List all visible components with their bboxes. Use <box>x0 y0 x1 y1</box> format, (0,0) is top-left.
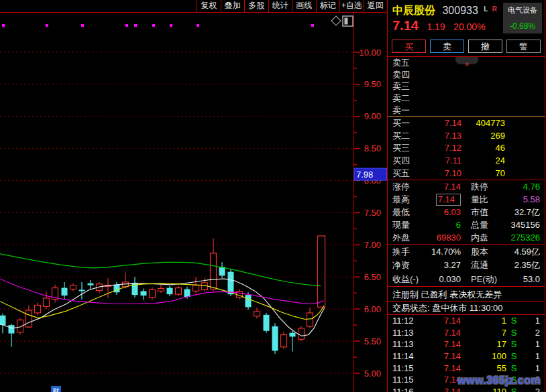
bid-volume: 269 <box>461 130 545 141</box>
corner-logo: 财 <box>51 386 61 392</box>
candle-up <box>281 335 287 347</box>
bid-label: 买三 <box>388 142 422 153</box>
toolbar-button-0[interactable]: 复权 <box>197 0 221 12</box>
trade-status-row: 交易状态: 盘中休市 11:30:00 <box>388 302 545 315</box>
toolbar-button-3[interactable]: 统计 <box>268 0 292 12</box>
stats-row: 现量6总量345156 <box>388 219 545 231</box>
ask-label: 卖二 <box>388 92 422 104</box>
stat-value: 69830 <box>410 232 466 244</box>
candlestick-chart[interactable]: 10.009.509.008.508.007.507.006.506.005.5… <box>0 13 387 392</box>
chevron-down-icon: » <box>463 62 470 66</box>
buy-button[interactable]: 买 <box>392 40 426 53</box>
quote-panel: 中辰股份 300933 L R 7.14 1.19 20.00% 电气设备 -0… <box>387 0 545 392</box>
stat-label: 最低 <box>388 206 410 218</box>
toolbar-button-4[interactable]: 画线 <box>292 0 316 12</box>
stat-流通: 流通2.35亿 <box>466 259 545 271</box>
candle-down <box>264 315 270 331</box>
toolbar-button-1[interactable]: 叠加 <box>221 0 245 12</box>
ma-longest-green <box>0 254 321 286</box>
ask-row[interactable]: 卖四 <box>388 69 545 80</box>
collapse-handle[interactable]: » <box>455 57 478 64</box>
stock-name: 中辰股份 <box>392 5 435 16</box>
ask-volume <box>461 105 545 116</box>
trade-row: 11:127.141S1 <box>388 315 545 327</box>
stock-code: 300933 <box>442 5 478 16</box>
trade-time: 11:12 <box>388 315 422 327</box>
stat-value: 5.58 <box>488 194 545 206</box>
signal-dot <box>311 24 314 27</box>
price-change-percent: 20.00% <box>453 21 485 32</box>
stats-row: 涨停7.14跌停4.76 <box>388 181 545 193</box>
trade-row: 11:147.14100S1 <box>388 350 545 363</box>
candle-down <box>0 316 6 325</box>
stock-app-window: 复权叠加多股统计画线标记+自选返回 10.009.509.008.508.007… <box>0 0 546 392</box>
ask-label: 卖四 <box>388 69 422 80</box>
stat-value: 6 <box>410 219 466 231</box>
stat-value: 0.030 <box>419 273 466 285</box>
ask-volume <box>461 69 545 80</box>
stat-最高: 最高7.14 <box>388 194 466 206</box>
toolbar-button-2[interactable]: 多股 <box>244 0 268 12</box>
stat-总量: 总量345156 <box>466 219 545 231</box>
stat-label: 总量 <box>466 219 488 231</box>
bid-row[interactable]: 买一7.14404773 <box>388 117 545 129</box>
current-price: 7.14 <box>392 18 419 33</box>
sell-button[interactable]: 卖 <box>430 40 464 53</box>
bid-row[interactable]: 买二7.13269 <box>388 130 545 141</box>
bid-row[interactable]: 买三7.1246 <box>388 142 545 153</box>
bid-row[interactable]: 买四7.1124 <box>388 155 545 166</box>
trade-volume: 55 <box>461 363 506 375</box>
trade-price: 7.14 <box>422 386 461 392</box>
toolbar-button-5[interactable]: 标记 <box>316 0 340 12</box>
stat-value: 32.7亿 <box>488 206 545 218</box>
ask-label: 卖一 <box>388 105 422 116</box>
stat-value: 6.03 <box>410 206 466 218</box>
axis-label: 7.50 <box>364 208 381 218</box>
stats-row: 最低6.03市值32.7亿 <box>388 206 545 218</box>
bid-price: 7.12 <box>422 142 461 153</box>
toolbar-button-6[interactable]: +自选 <box>339 0 364 12</box>
trade-row: 11:157.1455S1 <box>388 363 545 375</box>
stat-跌停: 跌停4.76 <box>466 181 545 193</box>
price-badge-text: 7.98 <box>356 170 373 180</box>
trade-side: S <box>506 338 521 350</box>
ask-volume <box>461 92 545 104</box>
industry-block[interactable]: 电气设备 -0.68% <box>503 3 542 34</box>
trade-count: 2 <box>521 386 545 392</box>
trade-count: 1 <box>521 350 545 363</box>
stat-value: 4.59亿 <box>488 246 545 258</box>
toolbar-button-7[interactable]: 返回 <box>364 0 388 12</box>
stat-value: 7.14 <box>410 181 466 193</box>
trade-side: S <box>506 327 521 339</box>
trade-side: S <box>506 363 521 375</box>
stat-label: 市值 <box>466 206 488 218</box>
ask-row[interactable]: 卖二 <box>388 92 545 104</box>
bid-row[interactable]: 买五7.1070 <box>388 168 545 179</box>
signal-dot <box>152 24 155 27</box>
stat-股本: 股本4.59亿 <box>466 246 545 258</box>
trade-count: 1 <box>521 315 545 327</box>
stat-PE(动): PE(动)53.0 <box>466 273 545 285</box>
trade-volume: 110 <box>461 386 506 392</box>
stat-value: 7.14 <box>436 194 461 206</box>
industry-change: -0.68% <box>503 21 542 31</box>
cancel-button[interactable]: 撤 <box>468 40 502 53</box>
stat-value: 2.35亿 <box>488 259 545 271</box>
diamond-icon[interactable] <box>331 16 341 25</box>
candle-up <box>176 288 182 295</box>
ask-row[interactable]: 卖一 <box>388 105 545 116</box>
trade-time: 11:15 <box>388 374 422 386</box>
ask-row[interactable]: 卖三 <box>388 80 545 92</box>
trade-time: 11:13 <box>388 338 422 350</box>
axis-label: 6.00 <box>364 304 381 314</box>
stat-label: 内盘 <box>466 232 488 244</box>
signal-dot <box>197 24 199 27</box>
stat-label: 最高 <box>388 194 410 206</box>
toolbar-button-group: 复权叠加多股统计画线标记+自选返回 <box>197 0 387 12</box>
stat-净资: 净资3.27 <box>388 259 466 271</box>
alert-button[interactable]: 警 <box>506 40 541 53</box>
candle-down <box>9 325 15 333</box>
candle-down <box>245 295 252 307</box>
flag-r: R <box>492 5 497 13</box>
stat-涨停: 涨停7.14 <box>388 181 466 193</box>
